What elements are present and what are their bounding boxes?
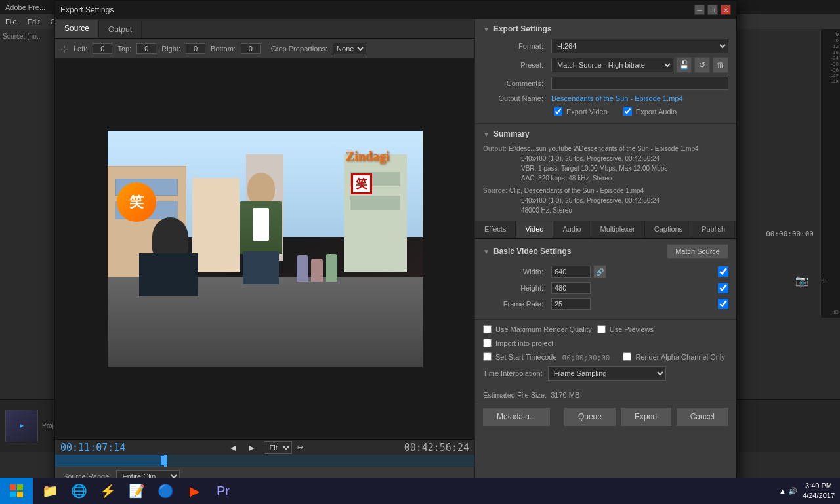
set-start-timecode-checkbox[interactable]	[483, 352, 492, 361]
tab-video[interactable]: Video	[516, 221, 553, 238]
playback-controls: ◄ ► Fit ↦	[227, 441, 303, 454]
clock-date: 4/24/2017	[803, 491, 835, 501]
preset-control: Match Source - High bitrate	[551, 58, 673, 72]
crop-proportions-select[interactable]: None	[333, 43, 366, 54]
source-panel: Source Output ⊹ Left: Top: Right: Bottom…	[55, 19, 475, 485]
crop-left-input[interactable]	[93, 43, 112, 54]
crop-top-input[interactable]	[136, 43, 156, 54]
tab-audio[interactable]: Audio	[553, 221, 591, 238]
tab-publish[interactable]: Publish	[692, 221, 735, 238]
right-timecode: 00:00:00:00	[766, 230, 814, 238]
mark-in-icon[interactable]: ↦	[297, 443, 303, 452]
cancel-button[interactable]: Cancel	[677, 408, 728, 426]
bvs-label: Basic Video Settings	[494, 247, 571, 256]
maximize-button[interactable]: □	[707, 5, 718, 15]
camera-icon[interactable]: 📷	[795, 274, 808, 287]
timeline-scrubber[interactable]	[55, 455, 474, 467]
height-row: Height:	[483, 282, 728, 294]
frame-rate-input[interactable]	[551, 298, 591, 310]
menu-file[interactable]: File	[5, 18, 17, 26]
app-title: Adobe Pre...	[5, 3, 45, 11]
add-icon[interactable]: +	[821, 274, 827, 286]
export-settings-label: Export Settings	[494, 24, 552, 33]
svg-rect-2	[10, 492, 16, 497]
use-previews-checkbox[interactable]	[597, 325, 606, 333]
link-dimensions-icon[interactable]: 🔗	[593, 265, 606, 278]
output-name-link[interactable]: Descendants of the Sun - Episode 1.mp4	[551, 94, 683, 102]
time-interpolation-row: Time Interpolation: Frame Sampling	[483, 366, 728, 381]
import-project-checkbox[interactable]	[483, 339, 492, 347]
frame-rate-checkbox[interactable]	[718, 299, 728, 309]
export-checkboxes: Export Video Export Audio	[483, 107, 728, 118]
start-timecode-cb-row: Set Start Timecode	[483, 352, 557, 361]
taskbar-explorer[interactable]: 📁	[35, 478, 64, 504]
building-4	[344, 154, 407, 272]
collapse-arrow-icon[interactable]: ▼	[483, 26, 490, 33]
start-button[interactable]	[0, 478, 33, 504]
close-button[interactable]: ✕	[721, 5, 731, 15]
jacket	[240, 201, 282, 254]
height-input[interactable]	[551, 282, 591, 294]
render-alpha-checkbox[interactable]	[623, 352, 631, 361]
taskbar-media[interactable]: ▶	[180, 478, 209, 504]
taskbar-word[interactable]: 📝	[122, 478, 151, 504]
height-checkbox[interactable]	[718, 283, 728, 293]
head	[247, 173, 275, 204]
vu-label-30: -30	[821, 61, 840, 67]
width-checkbox[interactable]	[718, 266, 728, 277]
crop-right-input[interactable]	[186, 43, 205, 54]
tab-captions[interactable]: Captions	[645, 221, 692, 238]
summary-collapse-icon[interactable]: ▼	[483, 131, 490, 138]
metadata-button[interactable]: Metadata...	[483, 408, 550, 426]
width-input-group: 🔗	[551, 265, 606, 278]
export-video-checkbox[interactable]	[554, 107, 562, 116]
bvs-collapse-icon[interactable]: ▼	[483, 248, 490, 255]
output-detail-3: AAC, 320 kbps, 48 kHz, Stereo	[483, 173, 728, 183]
settings-tabs-row: Effects Video Audio Multiplexer Captions…	[475, 221, 736, 239]
word-icon: 📝	[129, 483, 145, 499]
save-preset-btn[interactable]: 💾	[676, 57, 692, 73]
vu-label-0: 0	[821, 32, 840, 37]
tab-output[interactable]: Output	[99, 21, 142, 38]
overlay-text: Zindagi	[346, 149, 390, 164]
total-timecode: 00:42:56:24	[404, 442, 469, 453]
tab-source[interactable]: Source	[55, 20, 99, 38]
max-render-checkbox[interactable]	[483, 325, 492, 333]
summary-section: ▼ Summary Output: E:\desc...sun youtube …	[475, 124, 736, 221]
taskbar-chrome[interactable]: 🔵	[151, 478, 180, 504]
bvs-header-row: ▼ Basic Video Settings Match Source	[483, 244, 728, 259]
export-audio-checkbox[interactable]	[623, 107, 632, 116]
import-preset-btn[interactable]: ↺	[694, 57, 710, 73]
bvs-header: ▼ Basic Video Settings	[483, 247, 571, 256]
menu-edit[interactable]: Edit	[28, 18, 40, 26]
file-size-row: Estimated File Size: 3170 MB	[475, 388, 736, 402]
queue-button[interactable]: Queue	[564, 408, 616, 426]
current-timecode: 00:11:07:14	[60, 442, 125, 453]
timeline-thumb[interactable]	[161, 456, 167, 465]
thumbnail-preview: ▶	[5, 410, 38, 442]
time-interpolation-select[interactable]: Frame Sampling	[548, 366, 666, 381]
tab-multiplexer[interactable]: Multiplexer	[591, 221, 645, 238]
timecode-display: 00;00;00;00	[562, 354, 610, 362]
preset-select[interactable]: Match Source - High bitrate	[551, 58, 673, 72]
crop-bottom-input[interactable]	[241, 43, 261, 54]
tab-effects[interactable]: Effects	[475, 221, 516, 238]
fg-head	[152, 217, 188, 257]
next-frame-btn[interactable]: ►	[245, 441, 259, 454]
width-input[interactable]	[551, 266, 591, 278]
prev-frame-btn[interactable]: ◄	[227, 441, 240, 454]
export-button[interactable]: Export	[621, 408, 671, 426]
taskbar-bluetooth[interactable]: ⚡	[93, 478, 122, 504]
export-settings-header: ▼ Export Settings	[483, 24, 728, 33]
format-label: Format:	[483, 42, 549, 50]
format-select[interactable]: H.264	[551, 39, 728, 53]
vu-label-18: -18	[821, 49, 840, 55]
output-summary-label: Output:	[483, 145, 507, 152]
taskbar-ie[interactable]: 🌐	[64, 478, 93, 504]
comments-input[interactable]	[551, 77, 728, 90]
delete-preset-btn[interactable]: 🗑	[713, 57, 728, 73]
minimize-button[interactable]: ─	[694, 5, 705, 15]
match-source-button[interactable]: Match Source	[667, 244, 728, 259]
taskbar-premiere[interactable]: Pr	[209, 478, 238, 504]
fit-select[interactable]: Fit	[264, 441, 292, 454]
